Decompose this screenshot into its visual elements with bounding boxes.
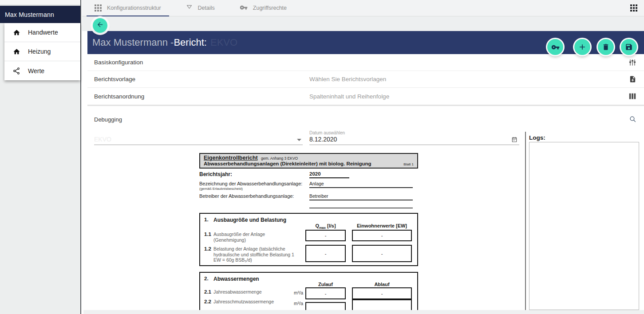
grid-icon xyxy=(95,4,102,12)
select-value: EKVO xyxy=(94,136,111,143)
trash-icon xyxy=(602,43,610,51)
tab-zugriffsrechte[interactable]: Zugriffsrechte xyxy=(232,0,295,16)
field-value[interactable]: Betreiber xyxy=(309,193,413,200)
document-section-2: 2. Abwassermengen Zulauf Ablauf 2.1 Jahr… xyxy=(199,272,418,314)
note-add-icon[interactable] xyxy=(629,75,636,83)
sidebar-item-label: Heizung xyxy=(28,48,51,55)
sidebar-header: Max Mustermann xyxy=(0,6,80,23)
section-number: 1. xyxy=(204,217,209,222)
field-bezeichnung: Bezeichnung der Abwasserbehandlungsanlag… xyxy=(199,181,418,191)
add-button[interactable] xyxy=(574,39,590,55)
share-icon xyxy=(12,67,20,75)
horizontal-scrollbar[interactable] xyxy=(83,310,644,314)
row-label: Ausbaugröße der Anlage (Genehmigung) xyxy=(213,232,298,243)
column-header-ew: Einwohnerwerte [EW] xyxy=(352,223,412,228)
document-title-suffix: gem. Anhang 3 EKVO xyxy=(261,156,298,161)
sidebar-item-werte[interactable]: Werte xyxy=(4,61,80,80)
plus-icon xyxy=(578,43,587,51)
arrow-left-icon xyxy=(96,21,104,30)
value-cell[interactable]: - xyxy=(352,245,412,262)
document-title: Eigenkontrollbericht xyxy=(204,155,258,161)
row-number: 1.1 xyxy=(204,232,211,237)
tab-konfigurationsstruktur[interactable]: Konfigurationsstruktur xyxy=(87,0,169,16)
sidebar-item-heizung[interactable]: Heizung xyxy=(4,42,80,61)
page-title-faint: EKVO xyxy=(210,37,237,48)
date-input[interactable]: 8.12.2020 xyxy=(309,135,519,145)
value-cell[interactable]: - xyxy=(305,287,346,299)
header-background-band xyxy=(82,16,644,31)
chevron-down-icon xyxy=(297,139,301,141)
value-cell[interactable]: - xyxy=(352,230,412,241)
section-title: Ausbaugröße und Belastung xyxy=(213,217,286,223)
document-header: Eigenkontrollbericht gem. Anhang 3 EKVO … xyxy=(199,153,418,169)
row-berichtsanordnung[interactable]: Berichtsanordnung Spalteninhalt und Reih… xyxy=(87,88,644,105)
document-subtitle: Abwasserbehandlungsanlagen (Direkteinlei… xyxy=(204,161,371,166)
home-icon xyxy=(12,28,20,36)
vertical-divider xyxy=(525,132,526,314)
row-number: 2.2 xyxy=(204,299,211,304)
field-label: Bezeichnung der Abwasserbehandlungsanlag… xyxy=(199,181,309,186)
sidebar-user-title: Max Mustermann xyxy=(5,11,54,18)
key-icon xyxy=(240,4,248,13)
row-label: Basiskonfiguration xyxy=(94,59,143,66)
main-area: Konfigurationsstruktur Details Zugriffsr… xyxy=(82,0,644,314)
value-cell[interactable]: - xyxy=(305,230,346,241)
page-title: Bericht: xyxy=(174,37,207,48)
sidebar-menu-card: Handwerte Heizung Werte xyxy=(4,23,80,80)
tab-bar: Konfigurationsstruktur Details Zugriffsr… xyxy=(82,0,644,16)
document-page-number: Blatt 1 xyxy=(403,162,414,166)
section-title: Abwassermengen xyxy=(213,276,259,282)
delete-button[interactable] xyxy=(598,39,614,55)
filter-icon xyxy=(186,4,193,12)
row-secondary: Spalteninhalt und Reihenfolge xyxy=(309,93,389,100)
columns-icon[interactable] xyxy=(628,93,636,100)
sidebar-item-label: Handwerte xyxy=(28,29,58,36)
field-label: Berichtsjahr: xyxy=(199,171,309,177)
config-row-list: Basiskonfiguration Berichtsvorlage Wähle… xyxy=(87,54,644,105)
tab-details[interactable]: Details xyxy=(178,0,223,16)
save-button[interactable] xyxy=(621,39,637,55)
tune-icon[interactable] xyxy=(628,59,636,67)
access-key-button[interactable] xyxy=(547,39,563,55)
apps-grid-icon[interactable] xyxy=(630,4,637,12)
row-basiskonfiguration[interactable]: Basiskonfiguration xyxy=(87,54,644,71)
date-value: 8.12.2020 xyxy=(309,136,337,143)
sidebar-item-label: Werte xyxy=(28,67,44,75)
tab-label: Konfigurationsstruktur xyxy=(107,5,161,11)
tab-label: Details xyxy=(198,5,215,11)
row-berichtsvorlage[interactable]: Berichtsvorlage Wählen Sie Berichtsvorla… xyxy=(87,71,644,88)
search-icon[interactable] xyxy=(629,115,636,125)
value-cell[interactable]: - xyxy=(305,245,346,262)
row-unit: m³/a xyxy=(276,290,303,295)
sidebar: Max Mustermann Handwerte Heizung xyxy=(0,0,81,314)
field-betreiber: Betreiber der Abwasserbehandlungsanlage:… xyxy=(199,193,418,200)
logs-label: Logs: xyxy=(529,134,545,141)
report-type-select[interactable]: EKVO xyxy=(94,133,303,145)
logs-output-box[interactable] xyxy=(529,142,639,310)
debugging-title: Debugging xyxy=(94,116,122,123)
column-header-ablauf: Ablauf xyxy=(352,282,412,287)
row-unit: m³/a xyxy=(276,301,303,306)
field-sublabel: (gemäß Erlaubnisbescheid) xyxy=(199,187,309,191)
field-berichtsjahr: Berichtsjahr: 2020 xyxy=(199,171,418,178)
blank-underline-field[interactable] xyxy=(309,203,413,208)
value-cell[interactable]: - xyxy=(352,287,412,299)
home-icon xyxy=(12,47,20,55)
document-fields: Berichtsjahr: 2020 Bezeichnung der Abwas… xyxy=(199,171,418,208)
row-label: Berichtsvorlage xyxy=(94,76,135,82)
sidebar-item-handwerte[interactable]: Handwerte xyxy=(4,23,80,42)
row-number: 1.2 xyxy=(204,246,211,251)
report-document-preview: Eigenkontrollbericht gem. Anhang 3 EKVO … xyxy=(199,153,418,314)
section-divider xyxy=(87,105,644,106)
row-number: 2.1 xyxy=(204,289,211,294)
section-number: 2. xyxy=(204,276,209,281)
field-value[interactable]: 2020 xyxy=(309,171,349,178)
field-label: Betreiber der Abwasserbehandlungsanlage: xyxy=(199,193,309,199)
calendar-icon[interactable] xyxy=(511,136,518,144)
save-icon xyxy=(625,43,633,51)
field-value[interactable]: Anlage xyxy=(309,181,413,188)
row-label: Jahresabwassermenge xyxy=(213,289,280,295)
column-header-qmax: Qmax [l/s] xyxy=(305,223,346,230)
back-button[interactable] xyxy=(93,18,107,33)
row-label: Berichtsanordnung xyxy=(94,93,144,100)
